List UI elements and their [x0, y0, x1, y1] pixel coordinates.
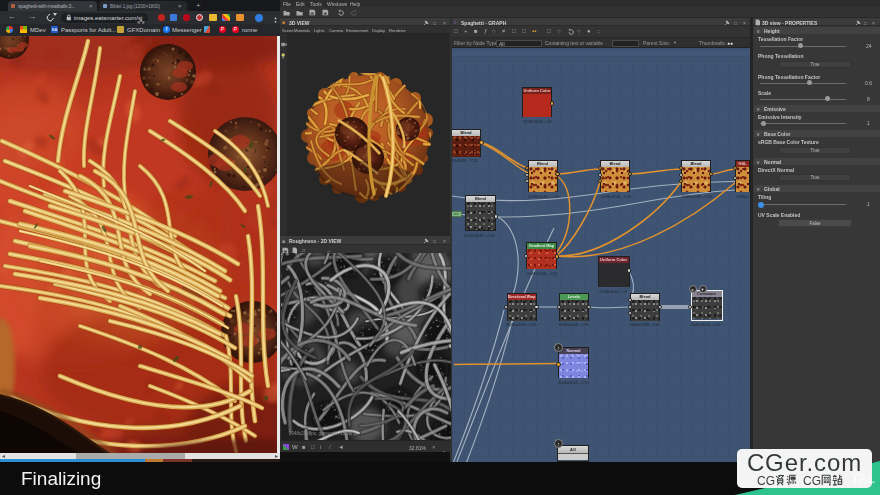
svg-text:CG: CG [757, 474, 775, 488]
svg-text:CGer.com: CGer.com [747, 449, 862, 476]
svg-text:CG: CG [803, 474, 821, 488]
